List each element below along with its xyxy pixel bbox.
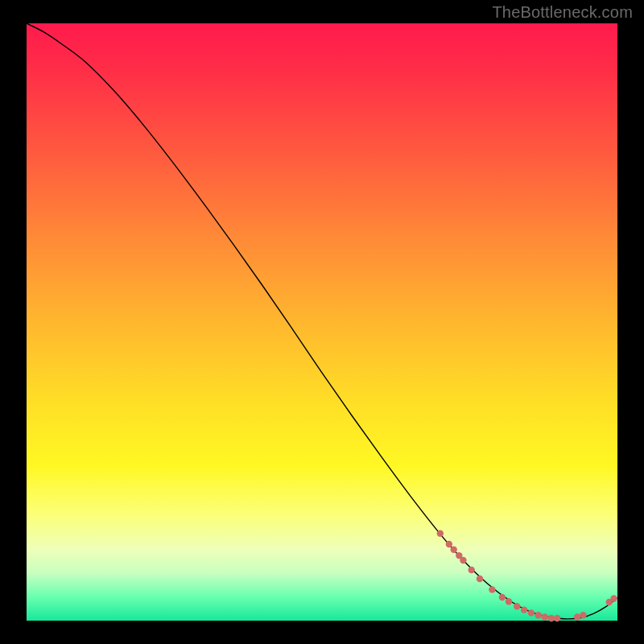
- data-point: [469, 567, 475, 573]
- chart-svg: [27, 23, 617, 621]
- data-point: [506, 598, 512, 605]
- data-point: [535, 612, 541, 618]
- data-point: [574, 613, 580, 620]
- data-point: [554, 615, 560, 621]
- data-point: [477, 576, 483, 582]
- data-points: [437, 530, 617, 621]
- data-point: [499, 594, 506, 601]
- data-point: [521, 606, 527, 613]
- data-point: [542, 613, 548, 620]
- data-point: [437, 530, 444, 536]
- watermark-text: TheBottleneck.com: [492, 3, 633, 22]
- data-point: [514, 603, 520, 609]
- data-point: [548, 615, 555, 621]
- data-point: [610, 595, 617, 601]
- data-point: [580, 612, 586, 618]
- data-point: [446, 541, 452, 547]
- data-point: [528, 609, 535, 616]
- data-point: [460, 557, 466, 564]
- bottleneck-curve: [27, 23, 617, 619]
- plot-area: [27, 23, 617, 621]
- chart-frame: TheBottleneck.com: [0, 0, 644, 644]
- data-point: [489, 586, 495, 592]
- data-point: [450, 547, 456, 553]
